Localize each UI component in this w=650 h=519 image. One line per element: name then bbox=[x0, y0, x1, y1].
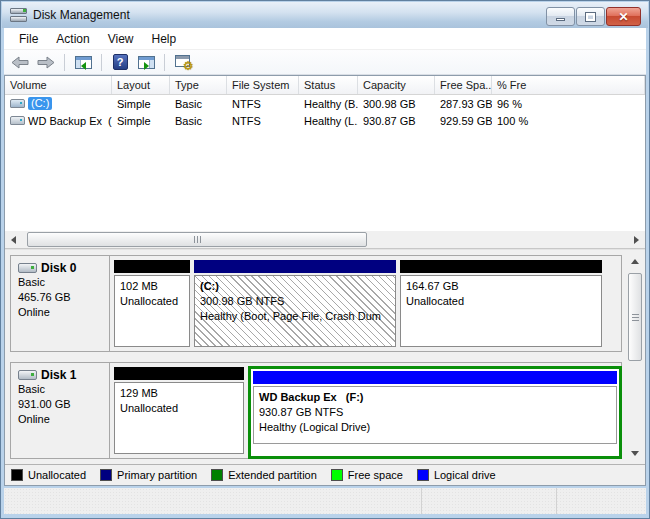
cell-type: Basic bbox=[170, 98, 227, 110]
scroll-left-button[interactable] bbox=[5, 231, 22, 248]
toolbar-separator bbox=[64, 54, 65, 71]
scroll-right-icon bbox=[634, 236, 639, 244]
close-icon: ✕ bbox=[618, 11, 628, 23]
minimize-button[interactable] bbox=[546, 7, 575, 26]
disk-icon bbox=[18, 263, 37, 273]
vertical-scrollbar[interactable] bbox=[627, 253, 643, 461]
legend-primary-partition: Primary partition bbox=[100, 469, 197, 481]
column-header-pct-free[interactable]: % Fre bbox=[492, 76, 645, 94]
cell-layout: Simple bbox=[112, 115, 170, 127]
manage-computer-button[interactable]: ⚙ bbox=[172, 52, 194, 73]
disk1-unallocated[interactable]: 129 MB Unallocated bbox=[114, 367, 244, 454]
disk0-partition-c[interactable]: (C:) 300.98 GB NTFS Healthy (Boot, Page … bbox=[194, 260, 396, 347]
volume-list-header: Volume Layout Type File System Status Ca… bbox=[5, 76, 645, 95]
menu-file[interactable]: File bbox=[10, 30, 47, 48]
cell-free-space: 929.59 GB bbox=[435, 115, 492, 127]
minimize-icon bbox=[556, 18, 565, 21]
column-header-status[interactable]: Status bbox=[299, 76, 358, 94]
disk-0-row: Disk 0 Basic 465.76 GB Online 102 MB Una… bbox=[10, 255, 622, 352]
scroll-down-button[interactable] bbox=[627, 445, 643, 461]
column-header-capacity[interactable]: Capacity bbox=[358, 76, 435, 94]
maximize-button[interactable] bbox=[576, 7, 605, 26]
show-action-pane-button[interactable] bbox=[135, 52, 157, 73]
disk-icon bbox=[18, 370, 37, 380]
cell-type: Basic bbox=[170, 115, 227, 127]
disk-1-row: Disk 1 Basic 931.00 GB Online 129 MB Una… bbox=[10, 362, 622, 459]
title-bar: Disk Management ✕ bbox=[2, 2, 648, 28]
disk-1-label-panel[interactable]: Disk 1 Basic 931.00 GB Online bbox=[11, 363, 110, 458]
show-action-pane-icon bbox=[138, 56, 155, 69]
disk1-logical-drive-f[interactable]: WD Backup Ex (F:) 930.87 GB NTFS Healthy… bbox=[248, 366, 622, 459]
show-console-tree-button[interactable] bbox=[72, 52, 94, 73]
partition-status: Healthy (Logical Drive) bbox=[259, 420, 611, 435]
logical-drive-strip bbox=[253, 371, 617, 384]
legend-logical-drive: Logical drive bbox=[417, 469, 496, 481]
partition-size: 300.98 GB NTFS bbox=[200, 294, 390, 309]
partition-size: 102 MB bbox=[120, 279, 184, 294]
status-section bbox=[422, 488, 557, 514]
forward-button[interactable] bbox=[35, 52, 57, 73]
partition-status: Healthy (Boot, Page File, Crash Dum bbox=[200, 309, 390, 324]
cell-status: Healthy (L... bbox=[299, 115, 358, 127]
disk-0-label-panel[interactable]: Disk 0 Basic 465.76 GB Online bbox=[11, 256, 110, 351]
legend-swatch-logical bbox=[417, 469, 429, 481]
column-header-free-space[interactable]: Free Spa... bbox=[435, 76, 492, 94]
column-header-layout[interactable]: Layout bbox=[112, 76, 170, 94]
disk-0-kind: Basic bbox=[18, 275, 105, 290]
status-bar bbox=[4, 488, 646, 514]
partition-status: Unallocated bbox=[120, 294, 184, 309]
disk0-unallocated-2[interactable]: 164.67 GB Unallocated bbox=[400, 260, 602, 347]
cell-file-system: NTFS bbox=[227, 115, 299, 127]
horizontal-scroll-thumb[interactable] bbox=[27, 232, 367, 247]
legend-swatch-free-space bbox=[331, 469, 343, 481]
cell-status: Healthy (B... bbox=[299, 98, 358, 110]
legend-extended-partition: Extended partition bbox=[211, 469, 317, 481]
cell-capacity: 930.87 GB bbox=[358, 115, 435, 127]
disk-management-app-icon bbox=[10, 8, 27, 23]
disk0-unallocated-1[interactable]: 102 MB Unallocated bbox=[114, 260, 190, 347]
toolbar-separator bbox=[101, 54, 102, 71]
partition-status: Unallocated bbox=[406, 294, 596, 309]
help-button[interactable]: ? bbox=[109, 52, 131, 73]
manage-computer-icon: ⚙ bbox=[175, 55, 192, 69]
partition-size: 930.87 GB NTFS bbox=[259, 405, 611, 420]
menu-action[interactable]: Action bbox=[47, 30, 98, 48]
volume-name: WD Backup Ex (F:) bbox=[28, 115, 112, 127]
column-header-file-system[interactable]: File System bbox=[227, 76, 299, 94]
menu-view[interactable]: View bbox=[99, 30, 143, 48]
horizontal-scrollbar[interactable] bbox=[5, 231, 645, 248]
close-button[interactable]: ✕ bbox=[606, 7, 641, 26]
volume-list: Volume Layout Type File System Status Ca… bbox=[5, 76, 645, 248]
window-title: Disk Management bbox=[33, 8, 130, 22]
column-header-volume[interactable]: Volume bbox=[5, 76, 112, 94]
partition-title: WD Backup Ex (F:) bbox=[259, 390, 611, 405]
back-button[interactable] bbox=[9, 52, 31, 73]
volume-row-wd-backup[interactable]: WD Backup Ex (F:) Simple Basic NTFS Heal… bbox=[5, 112, 645, 129]
scroll-right-button[interactable] bbox=[628, 231, 645, 248]
scroll-up-button[interactable] bbox=[627, 253, 643, 269]
cell-layout: Simple bbox=[112, 98, 170, 110]
vertical-scroll-thumb[interactable] bbox=[628, 273, 642, 361]
show-console-tree-icon bbox=[75, 56, 92, 69]
partition-status: Unallocated bbox=[120, 401, 238, 416]
back-icon bbox=[11, 56, 29, 69]
menu-help[interactable]: Help bbox=[143, 30, 186, 48]
volume-list-empty-area bbox=[5, 129, 645, 231]
legend-swatch-unallocated bbox=[11, 469, 23, 481]
scroll-left-icon bbox=[11, 236, 16, 244]
disk-management-window: Disk Management ✕ File Action View Help bbox=[0, 0, 650, 519]
menu-bar: File Action View Help bbox=[4, 28, 646, 50]
partition-title: (C:) bbox=[200, 279, 390, 294]
forward-icon bbox=[37, 56, 55, 69]
cell-capacity: 300.98 GB bbox=[358, 98, 435, 110]
disk-0-name: Disk 0 bbox=[41, 261, 76, 275]
status-section bbox=[4, 488, 422, 514]
scroll-up-icon bbox=[631, 259, 639, 264]
legend-unallocated: Unallocated bbox=[11, 469, 86, 481]
disk-1-name: Disk 1 bbox=[41, 368, 76, 382]
cell-pct-free: 100 % bbox=[492, 115, 645, 127]
column-header-type[interactable]: Type bbox=[170, 76, 227, 94]
volume-row-c[interactable]: (C:) Simple Basic NTFS Healthy (B... 300… bbox=[5, 95, 645, 112]
disk-1-kind: Basic bbox=[18, 382, 105, 397]
disk-1-size: 931.00 GB bbox=[18, 397, 105, 412]
